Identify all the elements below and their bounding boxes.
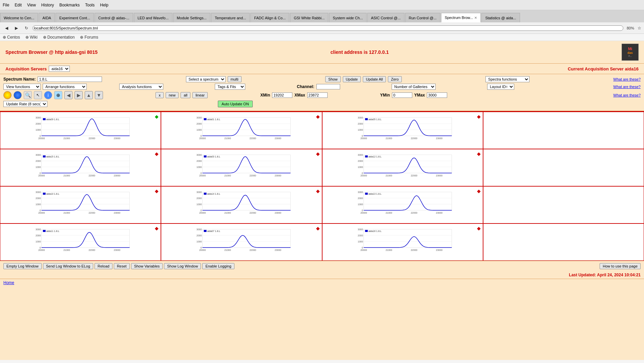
update-all-button[interactable]: Update All: [363, 76, 386, 82]
info-icon[interactable]: i: [44, 91, 52, 99]
what-are-these-2[interactable]: What are these?: [613, 85, 641, 89]
menu-history[interactable]: History: [41, 3, 54, 7]
nav-up-icon[interactable]: ▲: [85, 91, 93, 99]
what-are-these-1[interactable]: What are these?: [613, 77, 641, 81]
tab-spectrum[interactable]: Spectrum Brow... ✕: [441, 13, 481, 22]
spectrum-svg-aida10[interactable]: 3000 2000 1000 0 20000 21000 22000 23000…: [2, 188, 159, 215]
spectrum-svg-aida01[interactable]: 3000 2000 1000 0 20000 21000 22000 23000…: [163, 113, 320, 141]
spectrum-svg-aida14[interactable]: 3000 2000 1000 0 20000 21000 22000 23000…: [163, 188, 320, 215]
show-log-window-button[interactable]: Show Log Window: [164, 263, 201, 269]
tab-control[interactable]: Control @ aidas-...: [95, 13, 133, 22]
number-of-galleries-select[interactable]: Number of Galleries: [392, 84, 436, 90]
multi-button[interactable]: multi: [228, 76, 242, 82]
menu-file[interactable]: File: [3, 3, 9, 7]
all-button[interactable]: all: [181, 92, 190, 98]
enable-logging-button[interactable]: Enable Logging: [202, 263, 234, 269]
xmin-input[interactable]: [272, 92, 292, 98]
tab-temperature[interactable]: Temperature and...: [211, 13, 250, 22]
spectrum-svg-aida09[interactable]: 3000 2000 1000 0 20000 21000 22000 23000…: [2, 113, 159, 141]
empty-log-button[interactable]: Empty Log Window: [3, 263, 42, 269]
bookmark-star-icon[interactable]: ☆: [638, 26, 641, 30]
ymin-input[interactable]: [392, 92, 412, 98]
back-button[interactable]: ◀: [3, 25, 11, 31]
gallery-cell-aida03[interactable]: ◆ 3000 2000 1000 0 20000 21000 22000: [161, 149, 322, 186]
menu-tools[interactable]: Tools: [85, 3, 95, 7]
auto-update-button[interactable]: Auto Update ON: [218, 101, 253, 107]
tab-module[interactable]: Module Settings...: [173, 13, 210, 22]
gallery-cell-aida15[interactable]: ◆ 3000 2000 1000 0 20000 21000 22000: [0, 149, 161, 186]
gallery-cell-aida09[interactable]: ◆ 3000 2000 1000 0 20000 21000 22000: [0, 112, 161, 149]
menu-bookmarks[interactable]: Bookmarks: [59, 3, 80, 7]
spectrum-svg-aida07[interactable]: 3000 2000 1000 0 20000 21000 22000 23000…: [163, 225, 320, 252]
spectrum-svg-aida13[interactable]: 3000 2000 1000 0 20000 21000 22000 23000…: [324, 188, 481, 215]
show-variables-button[interactable]: Show Variables: [131, 263, 163, 269]
acq-server-select[interactable]: aida16: [49, 66, 70, 72]
x-button[interactable]: x: [155, 92, 164, 98]
what-are-these-3[interactable]: What are these?: [613, 93, 641, 97]
tab-system[interactable]: System wide Ch...: [329, 13, 367, 22]
gallery-cell-aida05[interactable]: ◆ 3000 2000 1000 0 20000 21000 22000: [322, 112, 483, 149]
select-spectrum-dropdown[interactable]: Select a spectrum: [186, 76, 226, 82]
menu-view[interactable]: View: [27, 3, 36, 7]
tags-fits-select[interactable]: Tags & Fits: [215, 84, 245, 90]
xmax-input[interactable]: [307, 92, 328, 98]
ymax-input[interactable]: [427, 92, 447, 98]
gallery-cell-aida07[interactable]: ◆ 3000 2000 1000 0 20000 21000 22000: [161, 223, 322, 261]
gallery-cell-aida14[interactable]: ◆ 3000 2000 1000 0 20000 21000 22000: [161, 186, 322, 223]
spectrum-svg-aida16[interactable]: 3000 2000 1000 0 20000 21000 22000 23000…: [324, 225, 481, 252]
gallery-cell-aida16[interactable]: ◆ 3000 2000 1000 0 20000 21000 22000: [322, 223, 483, 261]
gallery-cell-aida13[interactable]: ◆ 3000 2000 1000 0 20000 21000 22000: [322, 186, 483, 223]
nav-left-icon[interactable]: ◀: [64, 91, 72, 99]
tab-aida[interactable]: AIDA: [39, 13, 55, 22]
gallery-cell-aida12[interactable]: ◆ 3000 2000 1000 0 20000 21000 22000: [322, 149, 483, 186]
menu-edit[interactable]: Edit: [15, 3, 22, 7]
tab-fadc[interactable]: FADC Align & Co...: [250, 13, 289, 22]
send-log-button[interactable]: Send Log Window to ELog: [43, 263, 93, 269]
tab-welcome[interactable]: Welcome to Cen...: [0, 13, 38, 22]
how-to-use-button[interactable]: How to use this page: [600, 263, 641, 269]
bookmark-wiki[interactable]: ⊕ Wiki: [25, 35, 38, 40]
radiation-icon[interactable]: [3, 91, 12, 99]
magnify-icon[interactable]: 🔍: [24, 91, 32, 99]
url-bar[interactable]: [33, 25, 623, 31]
gallery-cell-aida01[interactable]: ◆ 3000 2000 1000 0 20000 21000 22000: [161, 112, 322, 149]
gallery-cell-empty1[interactable]: [483, 112, 644, 149]
pointer-icon[interactable]: ↖: [34, 91, 42, 99]
spectrum-svg-aida05[interactable]: 3000 2000 1000 0 20000 21000 22000 23000…: [324, 113, 481, 141]
bookmark-centos[interactable]: ⊕ Centos: [3, 35, 20, 40]
spectrum-name-input[interactable]: [38, 77, 102, 82]
spectrum-svg-aida15[interactable]: 3000 2000 1000 0 20000 21000 22000 23000…: [2, 151, 159, 178]
home-link[interactable]: Home: [3, 280, 14, 285]
gallery-cell-empty4[interactable]: [483, 223, 644, 261]
nav-down-icon[interactable]: ▼: [95, 91, 103, 99]
menu-help[interactable]: Help: [100, 3, 108, 7]
zero-button[interactable]: Zero: [388, 76, 402, 82]
gallery-cell-empty2[interactable]: [483, 149, 644, 186]
view-functions-select[interactable]: View functions: [3, 84, 41, 90]
arrange-functions-select[interactable]: Arrange functions: [43, 84, 87, 90]
tab-run[interactable]: Run Control @...: [405, 13, 440, 22]
layout-id-select[interactable]: Layout ID=3: [487, 84, 514, 90]
spectra-functions-select[interactable]: Spectra functions: [485, 76, 529, 82]
forward-button[interactable]: ▶: [13, 25, 20, 31]
bookmark-documentation[interactable]: ⊕ Documentation: [43, 35, 75, 40]
tab-asic[interactable]: ASIC Control @...: [367, 13, 404, 22]
tab-experiment[interactable]: Experiment Cont...: [56, 13, 94, 22]
linear-button[interactable]: linear: [192, 92, 208, 98]
spectrum-svg-aida11[interactable]: 3000 2000 1000 0 20000 21000 22000 23000…: [2, 225, 159, 252]
reset-button[interactable]: Reset: [114, 263, 130, 269]
analysis-functions-select[interactable]: Analysis functions: [119, 84, 163, 90]
reload-button[interactable]: ↻: [22, 25, 30, 31]
new-button[interactable]: new: [166, 92, 179, 98]
gallery-cell-empty3[interactable]: [483, 186, 644, 223]
show-button[interactable]: Show: [325, 76, 341, 82]
spectrum-svg-aida03[interactable]: 3000 2000 1000 0 20000 21000 22000 23000…: [163, 151, 320, 178]
gallery-cell-aida11[interactable]: ◆ 3000 2000 1000 0 20000 21000 22000: [0, 223, 161, 261]
bookmark-forums[interactable]: ⊕ Forums: [80, 35, 98, 40]
channel-input[interactable]: [316, 84, 340, 89]
reload-page-button[interactable]: Reload: [95, 263, 112, 269]
tab-statistics[interactable]: Statistics @ aida...: [481, 13, 520, 22]
update-button[interactable]: Update: [343, 76, 361, 82]
gallery-cell-aida10[interactable]: ◆ 3000 2000 1000 0 20000 21000 22000: [0, 186, 161, 223]
tab-gsi[interactable]: GSI White Rabbi...: [290, 13, 328, 22]
